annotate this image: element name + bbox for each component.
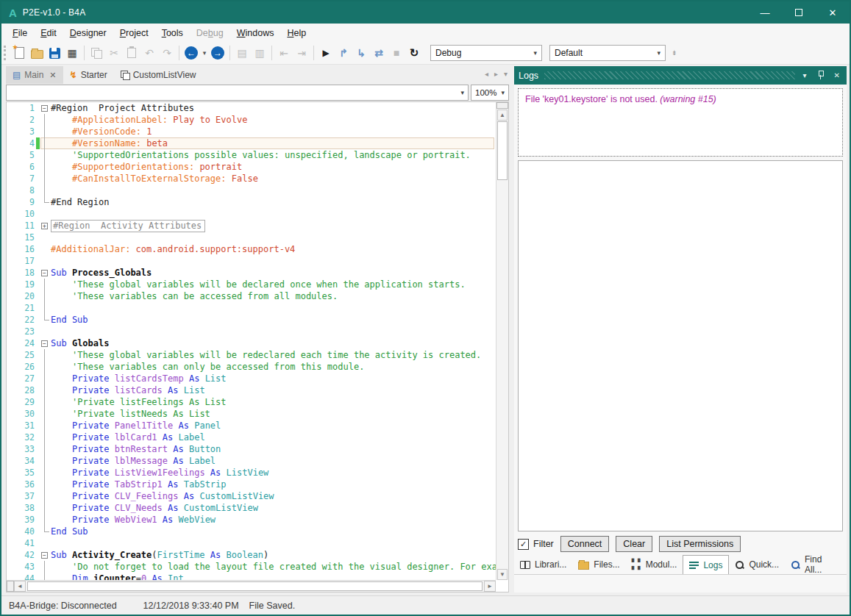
- code-line-25[interactable]: 25'These global variables will be redecl…: [7, 349, 496, 361]
- code-editor[interactable]: 1−#Region Project Attributes2#Applicatio…: [6, 101, 509, 592]
- tab-scroll-right-icon[interactable]: ▸: [494, 70, 498, 78]
- code-line-24[interactable]: 24−Sub Globals: [7, 337, 496, 349]
- code-line-26[interactable]: 26'These variables can only be accessed …: [7, 361, 496, 373]
- menu-help[interactable]: Help: [280, 25, 313, 41]
- code-line-40[interactable]: 40End Sub: [7, 526, 496, 537]
- scroll-down-icon[interactable]: ▼: [497, 569, 508, 580]
- code-line-10[interactable]: 10: [7, 208, 496, 220]
- filter-checkbox[interactable]: ✓: [518, 539, 529, 550]
- bottom-tab-find-all[interactable]: Find All...: [785, 555, 847, 574]
- tab-scroll-left-icon[interactable]: ◂: [485, 70, 488, 78]
- vertical-scrollbar[interactable]: ▲ ▼: [496, 102, 508, 580]
- code-line-18[interactable]: 18−Sub Process_Globals: [7, 267, 496, 279]
- build-mode-combo[interactable]: Debug▾: [430, 45, 542, 61]
- code-line-7[interactable]: 7#CanInstallToExternalStorage: False: [7, 173, 496, 185]
- code-line-42[interactable]: 42−Sub Activity_Create(FirstTime As Bool…: [7, 549, 496, 561]
- modules-icon[interactable]: ▦: [63, 44, 81, 62]
- code-line-39[interactable]: 39Private WebView1 As WebView: [7, 514, 496, 526]
- clear-button[interactable]: Clear: [616, 536, 652, 552]
- code-line-1[interactable]: 1−#Region Project Attributes: [7, 102, 496, 114]
- step-into-icon[interactable]: ↳: [352, 44, 370, 62]
- code-line-41[interactable]: 41: [7, 537, 496, 549]
- code-line-36[interactable]: 36Private TabStrip1 As TabStrip: [7, 479, 496, 490]
- tab-main[interactable]: ▤Main✕: [6, 66, 63, 84]
- save-icon[interactable]: [46, 44, 63, 62]
- scroll-left-icon[interactable]: ◄: [14, 581, 26, 592]
- bottom-tab-files[interactable]: Files...: [572, 555, 625, 574]
- run-icon[interactable]: ▶: [317, 44, 335, 62]
- fold-toggle-icon[interactable]: −: [40, 337, 51, 349]
- fold-toggle-icon[interactable]: −: [40, 267, 51, 279]
- fold-toggle-icon[interactable]: −: [40, 549, 51, 561]
- bottom-tab-logs[interactable]: Logs: [683, 555, 729, 574]
- code-line-19[interactable]: 19'These global variables will be declar…: [7, 279, 496, 290]
- code-line-30[interactable]: 30'Private listNeeds As List: [7, 408, 496, 420]
- connect-button[interactable]: Connect: [560, 536, 610, 552]
- code-line-6[interactable]: 6#SupportedOrientations: portrait: [7, 161, 496, 173]
- close-button[interactable]: ✕: [816, 1, 850, 24]
- navigate-back-icon[interactable]: ←: [182, 44, 200, 62]
- bottom-tab-quick[interactable]: Quick...: [729, 555, 785, 574]
- toolbar-overflow-icon[interactable]: ⇟: [672, 49, 677, 57]
- maximize-button[interactable]: [782, 1, 816, 24]
- code-line-34[interactable]: 34Private lblMessage As Label: [7, 455, 496, 467]
- code-line-2[interactable]: 2#ApplicationLabel: Play to Evolve: [7, 114, 496, 126]
- code-line-3[interactable]: 3#VersionCode: 1: [7, 126, 496, 137]
- step-over-icon[interactable]: ↱: [335, 44, 352, 62]
- code-line-32[interactable]: 32Private lblCard1 As Label: [7, 431, 496, 443]
- new-project-icon[interactable]: [10, 44, 28, 62]
- code-line-33[interactable]: 33Private btnRestart As Button: [7, 443, 496, 455]
- code-line-21[interactable]: 21: [7, 302, 496, 314]
- navigate-forward-icon[interactable]: →: [209, 44, 227, 62]
- bottom-tab-modul[interactable]: Modul...: [626, 555, 683, 574]
- member-navigator-combo[interactable]: ▾: [6, 85, 469, 101]
- code-line-38[interactable]: 38Private CLV_Needs As CustomListView: [7, 502, 496, 514]
- vertical-scroll-thumb[interactable]: [497, 121, 508, 180]
- menu-edit[interactable]: Edit: [34, 25, 63, 41]
- panel-close-icon[interactable]: ✕: [832, 71, 842, 79]
- code-line-29[interactable]: 29'Private listFeelings As List: [7, 396, 496, 408]
- minimize-button[interactable]: —: [748, 1, 782, 24]
- zoom-combo[interactable]: 100% ▾: [471, 85, 509, 101]
- log-detail-box[interactable]: [518, 160, 843, 531]
- horizontal-scrollbar[interactable]: ◄ ►: [7, 580, 496, 592]
- menu-file[interactable]: File: [6, 25, 34, 41]
- tab-starter[interactable]: ↯Starter: [63, 66, 114, 84]
- code-line-35[interactable]: 35Private ListView1Feelings As ListView: [7, 467, 496, 479]
- menu-project[interactable]: Project: [113, 25, 155, 41]
- pin-icon[interactable]: [815, 71, 826, 81]
- code-line-4[interactable]: 4#VersionName: beta: [7, 137, 496, 149]
- code-line-8[interactable]: 8: [7, 185, 496, 196]
- navigate-back-dropdown-icon[interactable]: ▾: [200, 44, 209, 62]
- tab-close-icon[interactable]: ✕: [49, 71, 56, 80]
- list-permissions-button[interactable]: List Permissions: [659, 536, 741, 552]
- code-line-17[interactable]: 17: [7, 255, 496, 267]
- tab-customlistview[interactable]: CustomListView: [114, 66, 203, 84]
- code-line-43[interactable]: 43'Do not forget to load the layout file…: [7, 561, 496, 573]
- code-line-5[interactable]: 5'SupportedOrientations possible values:…: [7, 149, 496, 161]
- code-line-28[interactable]: 28Private listCards As List: [7, 384, 496, 396]
- scroll-right-icon[interactable]: ►: [484, 581, 496, 592]
- split-handle[interactable]: [7, 581, 14, 592]
- code-line-44[interactable]: 44Dim iCounter=0 As Int: [7, 573, 496, 580]
- bottom-tab-librari[interactable]: Librari...: [514, 555, 572, 574]
- code-line-22[interactable]: 22End Sub: [7, 314, 496, 326]
- build-config-combo[interactable]: Default▾: [549, 45, 666, 61]
- open-project-icon[interactable]: [28, 44, 46, 62]
- code-line-27[interactable]: 27Private listCardsTemp As List: [7, 373, 496, 384]
- fold-toggle-icon[interactable]: +: [40, 220, 51, 232]
- toolbar-grip[interactable]: [4, 46, 7, 60]
- resume-icon[interactable]: ⇄: [370, 44, 388, 62]
- fold-toggle-icon[interactable]: −: [40, 102, 51, 114]
- split-handle[interactable]: [496, 102, 508, 109]
- code-line-23[interactable]: 23: [7, 326, 496, 337]
- menu-tools[interactable]: Tools: [155, 25, 190, 41]
- code-area[interactable]: 1−#Region Project Attributes2#Applicatio…: [7, 102, 496, 580]
- tab-list-icon[interactable]: ▾: [504, 70, 508, 78]
- menu-windows[interactable]: Windows: [230, 25, 281, 41]
- menu-designer[interactable]: Designer: [63, 25, 113, 41]
- code-line-11[interactable]: 11+#Region Activity Attributes: [7, 220, 496, 232]
- panel-dropdown-icon[interactable]: ▾: [801, 71, 809, 79]
- code-line-9[interactable]: 9#End Region: [7, 196, 496, 208]
- code-line-20[interactable]: 20'These variables can be accessed from …: [7, 290, 496, 302]
